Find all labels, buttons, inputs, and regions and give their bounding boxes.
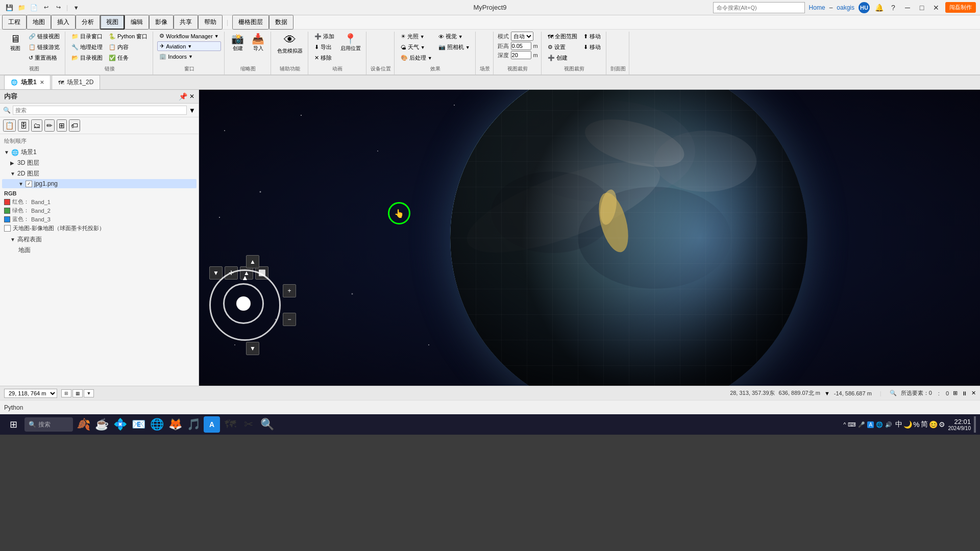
- indoors-btn[interactable]: 🏢 Indoors ▼: [157, 52, 220, 61]
- app-icon-search2[interactable]: 🔍: [259, 416, 275, 433]
- zoom-out-btn[interactable]: −: [283, 313, 296, 326]
- view-large-btn[interactable]: 🖥 视图: [6, 32, 24, 53]
- tab-scene1-2d[interactable]: 🗺 场景1_2D: [52, 75, 101, 89]
- move-down-nav-btn[interactable]: ⬇ 移动: [581, 42, 603, 52]
- color-sim-btn[interactable]: 👁 色觉模拟器: [275, 32, 305, 56]
- link-view-btn[interactable]: 🔗 链接视图: [27, 32, 62, 41]
- move-up-nav-btn[interactable]: ⬆ 移动: [581, 32, 603, 41]
- app-icon-fall[interactable]: 🍂: [75, 416, 91, 433]
- light-btn[interactable]: ☀ 光照 ▼: [399, 32, 434, 41]
- app-icon-mail[interactable]: 📧: [130, 416, 146, 433]
- height-input[interactable]: [511, 42, 531, 50]
- tree-scene1[interactable]: ▼ 🌐 场景1: [2, 147, 197, 158]
- settings-nav-btn[interactable]: ⚙ 设置: [546, 42, 579, 52]
- close-btn[interactable]: ✕: [931, 3, 941, 13]
- fullview-btn[interactable]: 🗺 全图范围: [546, 32, 579, 41]
- tree-ground[interactable]: 地面: [2, 245, 197, 256]
- menu-yingxiang[interactable]: 影像: [149, 15, 174, 30]
- tree-2d-layer[interactable]: ▼ 2D 图层: [2, 168, 197, 179]
- list-view-btn[interactable]: 📋: [3, 119, 16, 132]
- command-search[interactable]: [713, 2, 805, 13]
- depth-input[interactable]: [511, 51, 531, 59]
- app-icon-edge[interactable]: 💠: [112, 416, 128, 433]
- ime-moon[interactable]: 🌙: [903, 420, 912, 429]
- clock[interactable]: 22:01 2024/9/10: [948, 418, 971, 431]
- edit-btn[interactable]: ✏: [44, 119, 55, 132]
- tab-scene1[interactable]: 🌐 场景1 ✕: [4, 75, 51, 89]
- nav-up-btn[interactable]: ▲: [246, 255, 259, 268]
- menu-gongxiang[interactable]: 共享: [174, 15, 198, 30]
- ime-settings[interactable]: ⚙: [939, 420, 945, 429]
- menu-bianji[interactable]: 编辑: [125, 15, 149, 30]
- tianditu-checkbox[interactable]: [4, 225, 11, 232]
- menu-shitu[interactable]: 视图: [100, 15, 125, 30]
- app-icon-firefox[interactable]: 🦊: [167, 416, 183, 433]
- tree-jpg1[interactable]: ▼ ✓ jpg1.png: [2, 179, 197, 188]
- aviation-btn[interactable]: ✈ Aviation ▼: [157, 41, 220, 51]
- redo-btn[interactable]: ↪: [53, 3, 63, 13]
- app-icon-coffee[interactable]: ☕: [93, 416, 110, 433]
- python-window-btn[interactable]: 🐍 Python 窗口: [107, 32, 150, 41]
- coord-unit-select[interactable]: 29, 118, 764 m: [4, 389, 57, 398]
- coord-dropdown-btn[interactable]: ▼: [824, 390, 830, 396]
- windows-btn[interactable]: ⊞: [4, 415, 22, 434]
- undo-btn[interactable]: ↩: [41, 3, 51, 13]
- notifications-btn[interactable]: 🔔: [874, 3, 884, 13]
- mode-select[interactable]: 自动: [511, 32, 533, 41]
- export-anim-btn[interactable]: ⬇ 导出: [312, 42, 336, 52]
- quick-open-btn[interactable]: 📁: [16, 3, 27, 13]
- add-anim-btn[interactable]: ➕ 添加: [312, 32, 336, 41]
- create-thumbnail-btn[interactable]: 📸 创建: [229, 32, 247, 53]
- nav-wheel[interactable]: ▲: [209, 269, 281, 341]
- status-btn2[interactable]: ⏸: [962, 390, 967, 396]
- ime-jian[interactable]: 简: [921, 420, 928, 429]
- app-icon-music[interactable]: 🎵: [185, 416, 202, 433]
- workflow-btn[interactable]: ⚙ Workflow Manager ▼: [157, 32, 220, 40]
- show-desktop-btn[interactable]: [974, 416, 976, 433]
- content-btn[interactable]: 📋 内容: [107, 42, 150, 52]
- create-nav-btn[interactable]: ➕ 创建: [546, 53, 579, 63]
- link-table-btn[interactable]: 📋 链接游览: [27, 42, 62, 52]
- sidebar-close-btn[interactable]: ✕: [189, 92, 194, 101]
- app-icon-arcgis[interactable]: A: [204, 416, 220, 433]
- status-btn3[interactable]: ✕: [971, 390, 976, 396]
- taskbar-search[interactable]: 🔍: [24, 417, 73, 432]
- quick-save-btn[interactable]: 💾: [4, 3, 14, 13]
- ime-zhong[interactable]: 中: [895, 420, 902, 429]
- app-icon-tool[interactable]: 🗺: [222, 416, 238, 433]
- user-badge[interactable]: HU: [859, 2, 870, 13]
- user-link[interactable]: oakgis: [837, 4, 854, 11]
- brand-btn[interactable]: 闯磊制作: [945, 2, 976, 13]
- minimize-btn[interactable]: ─: [902, 3, 913, 13]
- ime-percent[interactable]: %: [913, 420, 919, 429]
- ime-emoji[interactable]: 😊: [929, 420, 938, 429]
- afterprocess-btn[interactable]: 🎨 后处理 ▼: [399, 53, 434, 63]
- sidebar-pin-btn[interactable]: 📌: [179, 92, 187, 101]
- menu-charu[interactable]: 插入: [51, 15, 76, 30]
- catalog-window-btn[interactable]: 📁 目录窗口: [69, 32, 105, 41]
- menu-shuju[interactable]: 数据: [269, 15, 293, 30]
- reset-view-btn[interactable]: ↺ 重置画格: [27, 53, 62, 63]
- menu-fenxi[interactable]: 分析: [76, 15, 100, 30]
- taskbar-search-input[interactable]: [38, 421, 69, 428]
- scale-btn-2[interactable]: ▦: [72, 389, 83, 397]
- app-icon-scissors[interactable]: ✂: [240, 416, 257, 433]
- camera-btn[interactable]: 📷 照相机 ▼: [436, 42, 472, 52]
- db-view-btn[interactable]: 🗄: [18, 119, 29, 132]
- quick-new-btn[interactable]: 📄: [29, 3, 39, 13]
- jpg1-checkbox[interactable]: ✓: [26, 181, 32, 187]
- layer-view-btn[interactable]: 🗂: [31, 119, 42, 132]
- remove-anim-btn[interactable]: ✕ 移除: [312, 53, 336, 63]
- nav-down-btn[interactable]: ▼: [246, 342, 259, 355]
- menu-bangzhu[interactable]: 帮助: [198, 15, 223, 30]
- tab-scene1-close[interactable]: ✕: [40, 80, 44, 85]
- menu-ditu[interactable]: 地图: [27, 15, 51, 30]
- search-dropdown-btn[interactable]: ▼: [189, 107, 195, 114]
- zoom-in-btn[interactable]: +: [283, 284, 296, 297]
- tree-3d-layer[interactable]: ▶ 3D 图层: [2, 158, 197, 168]
- catalog-view-btn[interactable]: 📂 目录视图: [69, 53, 105, 63]
- task-btn[interactable]: ✅ 任务: [107, 53, 150, 63]
- customize-btn[interactable]: ▼: [71, 3, 81, 13]
- scale-btn-1[interactable]: ⊞: [61, 389, 71, 397]
- app-icon-browser[interactable]: 🌐: [149, 416, 165, 433]
